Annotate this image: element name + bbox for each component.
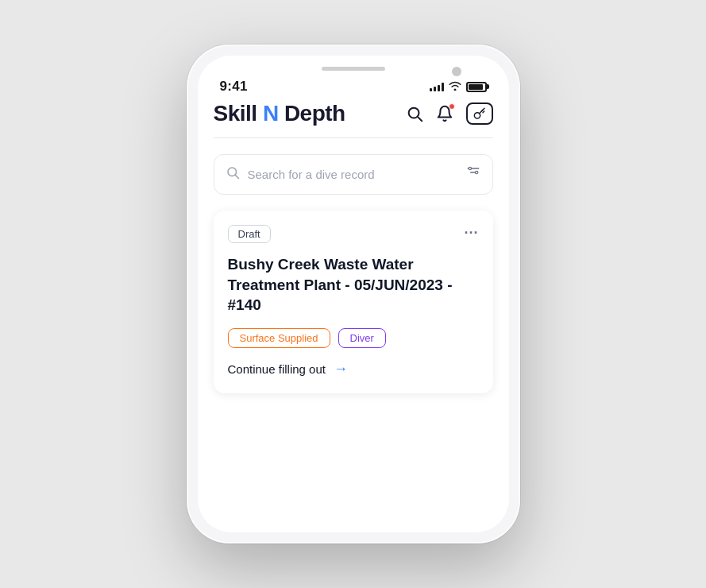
svg-point-8 <box>475 171 477 173</box>
card-header: Draft ··· <box>228 225 479 243</box>
svg-line-4 <box>235 175 238 178</box>
notifications-button[interactable] <box>436 105 453 122</box>
phone-top-bar <box>198 56 509 75</box>
phone-screen: 9:41 <box>198 56 509 532</box>
continue-filling-action[interactable]: Continue filling out → <box>228 361 479 377</box>
search-left: Search for a dive record <box>226 165 375 184</box>
signal-icon <box>430 82 444 91</box>
front-camera <box>452 67 461 76</box>
tag-diver[interactable]: Diver <box>338 328 386 348</box>
more-menu-button[interactable]: ··· <box>464 225 478 242</box>
app-header: Skill N Depth <box>214 101 493 126</box>
card-tags: Surface Supplied Diver <box>228 328 479 348</box>
search-bar[interactable]: Search for a dive record <box>214 154 493 195</box>
tag-surface-supplied[interactable]: Surface Supplied <box>228 328 330 348</box>
status-icons <box>430 81 487 93</box>
app-content: Skill N Depth <box>198 101 509 417</box>
status-bar: 9:41 <box>198 75 509 101</box>
phone-frame: 9:41 <box>187 44 520 544</box>
wifi-icon <box>449 81 461 93</box>
notification-badge <box>449 103 455 110</box>
battery-icon <box>466 82 487 92</box>
dive-record-card: Draft ··· Bushy Creek Waste Water Treatm… <box>214 211 493 393</box>
filter-icon[interactable] <box>465 164 481 184</box>
header-divider <box>214 137 493 138</box>
pill-indicator <box>322 67 385 71</box>
search-placeholder-text: Search for a dive record <box>248 168 375 181</box>
search-button[interactable] <box>406 105 423 122</box>
svg-point-7 <box>469 167 471 169</box>
arrow-right-icon: → <box>334 361 348 377</box>
draft-badge: Draft <box>228 225 271 243</box>
key-button[interactable] <box>466 103 493 125</box>
continue-filling-text: Continue filling out <box>228 362 326 376</box>
header-icons <box>406 103 493 125</box>
card-title: Bushy Creek Waste Water Treatment Plant … <box>228 254 479 315</box>
svg-line-1 <box>418 117 422 121</box>
app-logo: Skill N Depth <box>214 101 345 126</box>
search-icon <box>226 165 240 184</box>
status-time: 9:41 <box>220 79 248 95</box>
